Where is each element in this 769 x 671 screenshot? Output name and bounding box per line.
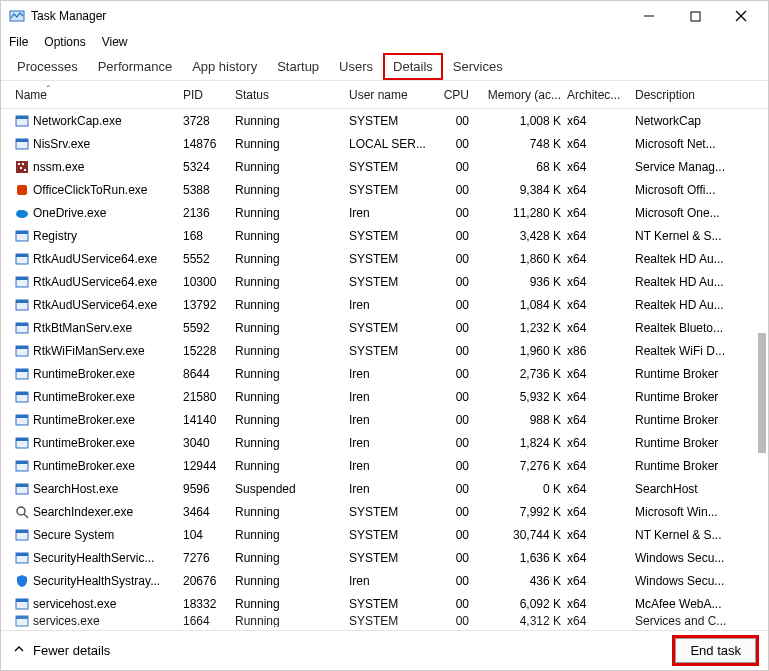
process-desc: Microsoft One... [635,206,745,220]
app-icon [15,551,29,565]
menu-file[interactable]: File [9,35,28,49]
tab-services[interactable]: Services [443,53,513,80]
process-cpu: 00 [433,413,475,427]
process-status: Running [235,505,349,519]
header-architecture[interactable]: Architec... [567,88,635,102]
tab-processes[interactable]: Processes [7,53,88,80]
table-row[interactable]: NetworkCap.exe 3728 Running SYSTEM 00 1,… [1,109,768,132]
process-desc: Runtime Broker [635,367,745,381]
process-arch: x86 [567,344,635,358]
process-memory: 1,636 K [475,551,567,565]
table-row[interactable]: SearchIndexer.exe 3464 Running SYSTEM 00… [1,500,768,523]
process-memory: 5,932 K [475,390,567,404]
process-status: Running [235,321,349,335]
table-row[interactable]: RtkWiFiManServ.exe 15228 Running SYSTEM … [1,339,768,362]
svg-rect-28 [16,346,28,349]
process-status: Running [235,551,349,565]
table-row[interactable]: Registry 168 Running SYSTEM 00 3,428 K x… [1,224,768,247]
maximize-button[interactable] [672,1,718,31]
table-row[interactable]: nssm.exe 5324 Running SYSTEM 00 68 K x64… [1,155,768,178]
table-row[interactable]: OfficeClickToRun.exe 5388 Running SYSTEM… [1,178,768,201]
process-status: Running [235,574,349,588]
process-memory: 988 K [475,413,567,427]
header-name[interactable]: Name ⌃ [15,88,183,102]
table-row[interactable]: RuntimeBroker.exe 3040 Running Iren 00 1… [1,431,768,454]
process-name: Secure System [33,528,114,542]
process-cpu: 00 [433,321,475,335]
tab-users[interactable]: Users [329,53,383,80]
column-headers: Name ⌃ PID Status User name CPU Memory (… [1,81,768,109]
table-row[interactable]: RuntimeBroker.exe 12944 Running Iren 00 … [1,454,768,477]
close-button[interactable] [718,1,764,31]
process-pid: 7276 [183,551,235,565]
process-cpu: 00 [433,574,475,588]
process-name: SecurityHealthServic... [33,551,154,565]
svg-point-16 [17,210,23,215]
process-name: RuntimeBroker.exe [33,390,135,404]
table-row[interactable]: RtkBtManServ.exe 5592 Running SYSTEM 00 … [1,316,768,339]
table-row[interactable]: servicehost.exe 18332 Running SYSTEM 00 … [1,592,768,615]
process-pid: 18332 [183,597,235,611]
scrollbar[interactable] [752,83,768,631]
process-status: Running [235,390,349,404]
menu-view[interactable]: View [102,35,128,49]
minimize-button[interactable] [626,1,672,31]
svg-rect-18 [16,231,28,234]
process-arch: x64 [567,298,635,312]
process-list[interactable]: NetworkCap.exe 3728 Running SYSTEM 00 1,… [1,109,768,629]
shield-icon [15,574,29,588]
process-name: services.exe [33,615,100,627]
table-row[interactable]: RtkAudUService64.exe 5552 Running SYSTEM… [1,247,768,270]
menu-options[interactable]: Options [44,35,85,49]
table-row[interactable]: SecurityHealthServic... 7276 Running SYS… [1,546,768,569]
process-name: RtkBtManServ.exe [33,321,132,335]
process-name: RtkAudUService64.exe [33,275,157,289]
sort-indicator-icon: ⌃ [45,84,52,93]
table-row[interactable]: RuntimeBroker.exe 14140 Running Iren 00 … [1,408,768,431]
process-user: SYSTEM [349,528,433,542]
process-user: SYSTEM [349,321,433,335]
table-row[interactable]: NisSrv.exe 14876 Running LOCAL SER... 00… [1,132,768,155]
tab-details[interactable]: Details [383,53,443,80]
process-pid: 15228 [183,344,235,358]
end-task-button[interactable]: End task [675,638,756,663]
header-pid[interactable]: PID [183,88,235,102]
fewer-details-toggle[interactable]: Fewer details [13,643,110,658]
process-pid: 10300 [183,275,235,289]
process-user: SYSTEM [349,252,433,266]
process-arch: x64 [567,275,635,289]
table-row[interactable]: Secure System 104 Running SYSTEM 00 30,7… [1,523,768,546]
header-status[interactable]: Status [235,88,349,102]
process-memory: 2,736 K [475,367,567,381]
table-row[interactable]: RtkAudUService64.exe 10300 Running SYSTE… [1,270,768,293]
process-pid: 5388 [183,183,235,197]
fewer-details-label: Fewer details [33,643,110,658]
header-cpu[interactable]: CPU [433,88,475,102]
app-icon [15,321,29,335]
header-description[interactable]: Description [635,88,745,102]
process-cpu: 00 [433,160,475,174]
process-arch: x64 [567,229,635,243]
table-row[interactable]: RuntimeBroker.exe 8644 Running Iren 00 2… [1,362,768,385]
table-row[interactable]: SearchHost.exe 9596 Suspended Iren 00 0 … [1,477,768,500]
process-status: Running [235,275,349,289]
process-cpu: 00 [433,551,475,565]
tab-startup[interactable]: Startup [267,53,329,80]
tab-performance[interactable]: Performance [88,53,182,80]
process-name: NisSrv.exe [33,137,90,151]
table-row[interactable]: services.exe 1664 Running SYSTEM 00 4,31… [1,615,768,627]
process-memory: 3,428 K [475,229,567,243]
app-icon [15,344,29,358]
process-user: SYSTEM [349,114,433,128]
table-row[interactable]: SecurityHealthSystray... 20676 Running I… [1,569,768,592]
table-row[interactable]: RtkAudUService64.exe 13792 Running Iren … [1,293,768,316]
header-user[interactable]: User name [349,88,433,102]
scroll-thumb[interactable] [758,333,766,453]
header-memory[interactable]: Memory (ac... [475,88,567,102]
table-row[interactable]: OneDrive.exe 2136 Running Iren 00 11,280… [1,201,768,224]
process-memory: 936 K [475,275,567,289]
svg-rect-12 [20,167,22,169]
process-cpu: 00 [433,505,475,519]
table-row[interactable]: RuntimeBroker.exe 21580 Running Iren 00 … [1,385,768,408]
tab-app-history[interactable]: App history [182,53,267,80]
